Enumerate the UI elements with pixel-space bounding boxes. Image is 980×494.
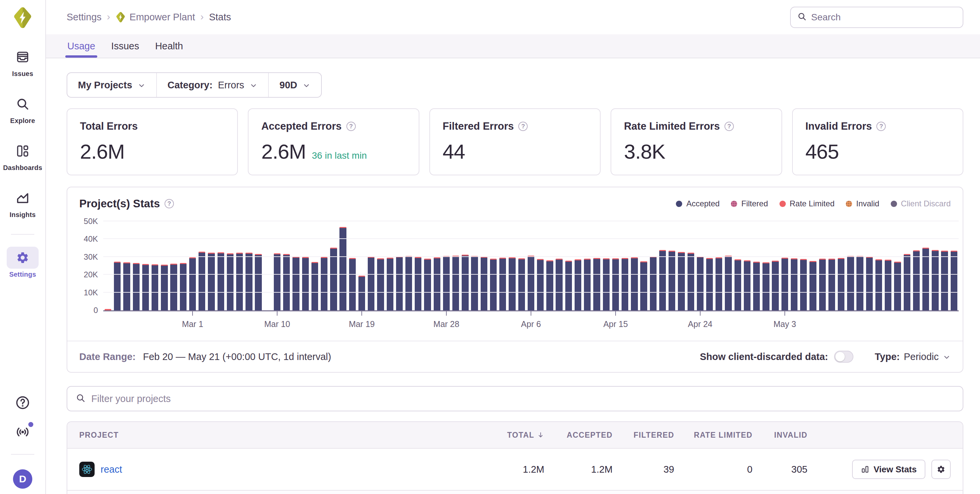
chart-bar: [404, 218, 414, 310]
chart-bar: [695, 218, 705, 310]
legend-dot: [846, 201, 852, 207]
help-circle-icon[interactable]: ?: [518, 122, 528, 131]
user-avatar[interactable]: D: [13, 469, 32, 489]
chevron-down-icon: [302, 81, 310, 89]
column-header-rate_limited[interactable]: RATE LIMITED: [674, 431, 752, 440]
chart-bar: [705, 218, 714, 310]
insights-icon: [7, 187, 39, 209]
help-circle-icon[interactable]: ?: [165, 199, 174, 208]
chart-bar: [686, 218, 695, 310]
sidebar-item-settings[interactable]: Settings: [0, 247, 45, 278]
column-label: TOTAL: [507, 431, 534, 440]
settings-icon: [7, 247, 39, 269]
project-selector[interactable]: My Projects: [67, 73, 156, 97]
chart-bar: [940, 218, 949, 310]
global-search[interactable]: [790, 7, 963, 28]
category-selector[interactable]: Category: Errors: [156, 73, 268, 97]
legend-item-accepted[interactable]: Accepted: [676, 199, 719, 208]
sidebar-item-issues[interactable]: Issues: [0, 46, 45, 78]
sidebar-item-label: Settings: [10, 271, 36, 278]
dashboards-icon: [7, 140, 39, 162]
chart-bar: [254, 218, 263, 310]
tab-issues[interactable]: Issues: [111, 34, 140, 58]
legend-label: Filtered: [741, 199, 768, 208]
sidebar: IssuesExploreDashboardsInsightsSettings …: [0, 0, 46, 494]
chart-bar: [564, 218, 573, 310]
project-filter-input[interactable]: [91, 393, 954, 404]
tab-health[interactable]: Health: [154, 34, 184, 58]
global-search-input[interactable]: [811, 12, 956, 23]
project-link[interactable]: react: [100, 464, 122, 475]
chart-bar: [893, 218, 902, 310]
breadcrumb-item-settings[interactable]: Settings: [67, 12, 102, 23]
category-value: Errors: [218, 80, 244, 91]
tab-usage[interactable]: Usage: [67, 34, 96, 58]
view-stats-button[interactable]: View Stats: [852, 460, 925, 479]
sidebar-item-insights[interactable]: Insights: [0, 187, 45, 219]
sidebar-divider: [11, 454, 34, 455]
chart-bar: [508, 218, 517, 310]
column-header-total[interactable]: TOTAL: [484, 431, 544, 440]
org-logo-icon[interactable]: [13, 7, 33, 29]
column-header-accepted[interactable]: ACCEPTED: [544, 431, 612, 440]
legend-item-invalid[interactable]: Invalid: [846, 199, 879, 208]
bar-chart-icon: [861, 465, 869, 474]
chart-bar: [329, 218, 338, 310]
help-circle-icon[interactable]: ?: [877, 122, 886, 131]
chart-bar: [207, 218, 216, 310]
chart-bar: [451, 218, 460, 310]
chart-bar: [724, 218, 733, 310]
column-header-filtered[interactable]: FILTERED: [612, 431, 674, 440]
chart-bar: [301, 218, 310, 310]
sidebar-item-explore[interactable]: Explore: [0, 93, 45, 125]
column-label: ACCEPTED: [566, 431, 612, 440]
legend-dot: [891, 201, 897, 207]
chart-bar: [479, 218, 488, 310]
chart-bar: [582, 218, 592, 310]
whats-new-button[interactable]: [15, 425, 30, 439]
chart-bar: [630, 218, 639, 310]
legend-item-rate-limited[interactable]: Rate Limited: [780, 199, 835, 208]
chart-bar: [761, 218, 770, 310]
gridline: [103, 274, 959, 275]
chart-bar: [348, 218, 357, 310]
sidebar-item-dashboards[interactable]: Dashboards: [0, 140, 45, 172]
x-axis-tick: [615, 311, 616, 316]
chart-bar: [291, 218, 301, 310]
chart-bar: [442, 218, 451, 310]
search-icon: [797, 12, 807, 22]
project-filter[interactable]: [67, 386, 963, 411]
chart-bar: [714, 218, 724, 310]
help-circle-icon[interactable]: ?: [347, 122, 356, 131]
column-header-invalid[interactable]: INVALID: [752, 431, 807, 440]
chart-bar: [159, 218, 169, 310]
chart-bar: [808, 218, 818, 310]
date-range-selector[interactable]: 90D: [268, 73, 321, 97]
column-header-project[interactable]: PROJECT: [79, 431, 484, 440]
breadcrumb-item-empower-plant[interactable]: Empower Plant: [116, 12, 195, 23]
stat-card-value: 465: [805, 140, 839, 163]
chart-bar: [639, 218, 648, 310]
usage-chart-plot: 010K20K30K40K50K: [103, 218, 959, 311]
legend-item-filtered[interactable]: Filtered: [731, 199, 768, 208]
sort-desc-icon: [537, 431, 544, 439]
legend-item-client-discard[interactable]: Client Discard: [891, 199, 951, 208]
chart-bar: [573, 218, 582, 310]
invalid-cell: 305: [752, 464, 807, 475]
type-selector[interactable]: Type: Periodic: [875, 351, 951, 362]
chart-bar: [357, 218, 366, 310]
chevron-down-icon: [943, 353, 951, 361]
chart-bar: [526, 218, 536, 310]
breadcrumb: Settings›Empower Plant›Stats: [67, 12, 231, 23]
client-discard-toggle[interactable]: [834, 351, 853, 363]
help-button[interactable]: [15, 395, 30, 410]
stat-card-value: 3.8K: [624, 140, 665, 163]
help-circle-icon[interactable]: ?: [724, 122, 734, 131]
chart-bar: [376, 218, 385, 310]
page-content: My Projects Category: Errors 90D Total E…: [46, 58, 980, 494]
chart-bar: [658, 218, 667, 310]
explore-icon: [7, 93, 39, 115]
chart-bar: [103, 218, 113, 310]
project-settings-button[interactable]: [931, 460, 951, 479]
chart-bar: [789, 218, 799, 310]
